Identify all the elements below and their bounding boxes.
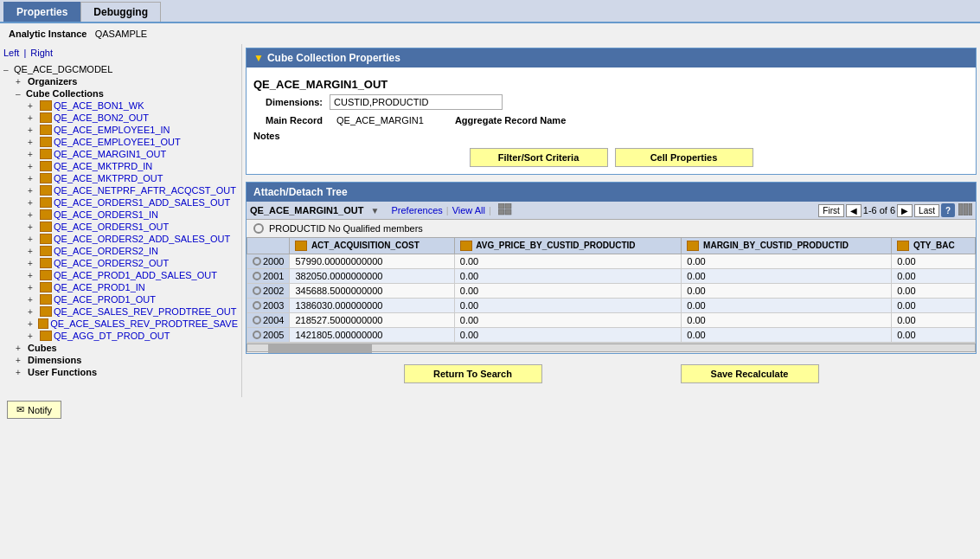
cube-link[interactable]: QE_ACE_EMPLOYEE1_IN	[54, 125, 170, 135]
row-radio[interactable]	[253, 316, 261, 324]
cube-link[interactable]: QE_ACE_SALES_REV_PRODTREE_OUT	[54, 306, 237, 317]
expand-icon[interactable]: +	[28, 150, 38, 159]
expand-icon[interactable]: +	[28, 295, 38, 305]
scrollbar-thumb[interactable]	[268, 344, 372, 353]
cube-link[interactable]: QE_ACE_ORDERS1_OUT	[54, 222, 169, 232]
left-link[interactable]: Left	[3, 48, 19, 58]
grid-toggle-icon[interactable]	[498, 203, 512, 217]
list-item: + QE_ACE_PROD1_OUT	[28, 293, 238, 305]
cube-link[interactable]: QE_ACE_PROD1_IN	[54, 282, 145, 292]
notify-button[interactable]: ✉ Notify	[7, 401, 61, 419]
root-node-link[interactable]: QE_ACE_DGCMODEL	[14, 64, 112, 74]
cube-link[interactable]: QE_ACE_ORDERS2_ADD_SALES_OUT	[54, 234, 230, 244]
cell-properties-button[interactable]: Cell Properties	[615, 148, 753, 167]
expand-icon[interactable]: +	[28, 210, 38, 220]
cube-link[interactable]: QE_ACE_MARGIN1_OUT	[54, 149, 166, 159]
user-functions-row: + User Functions	[16, 366, 238, 378]
row-radio[interactable]	[253, 331, 261, 339]
list-item: + QE_ACE_MKTPRD_IN	[28, 160, 238, 172]
cube-link[interactable]: QE_ACE_EMPLOYEE1_OUT	[54, 137, 181, 147]
divider: |	[23, 48, 29, 58]
expand-icon[interactable]: +	[28, 247, 38, 256]
cube-link[interactable]: QE_ACE_ORDERS1_ADD_SALES_OUT	[54, 197, 230, 208]
expand-icon[interactable]: +	[28, 319, 36, 329]
view-all-link[interactable]: View All	[452, 205, 485, 215]
expand-icon[interactable]: +	[28, 283, 38, 292]
row-radio[interactable]	[253, 257, 261, 266]
page-info: 1-6 of 6	[863, 205, 895, 215]
tab-properties[interactable]: Properties	[3, 2, 80, 22]
svg-rect-0	[498, 203, 504, 209]
cube-link[interactable]: QE_ACE_SALES_REV_PRODTREE_SAVE	[50, 318, 238, 329]
expand-icon[interactable]: +	[28, 174, 38, 183]
organizers-row: + Organizers	[16, 75, 238, 87]
expand-icon[interactable]: +	[28, 222, 38, 232]
expand-icon[interactable]: +	[28, 259, 38, 268]
panel-header: ▼ Cube Collection Properties	[247, 48, 976, 67]
table-row: 2003 1386030.000000000 0.00 0.00 0.00	[247, 299, 976, 313]
year-cell: 2004	[247, 313, 290, 328]
expand-icon[interactable]: +	[28, 125, 38, 135]
attach-name: QE_ACE_MARGIN1_OUT	[250, 205, 363, 215]
return-to-search-button[interactable]: Return To Search	[404, 364, 542, 383]
sort-icon[interactable]: ▼	[370, 206, 379, 215]
cell-4: 0.00	[892, 269, 976, 284]
last-button[interactable]: Last	[914, 204, 939, 217]
attach-header: Attach/Detach Tree	[247, 183, 976, 202]
user-functions-expand[interactable]: +	[16, 368, 26, 377]
collapse-icon[interactable]: –	[3, 65, 12, 74]
cube-collections-list: + QE_ACE_BON1_WK + QE_ACE_BON2_OUT + QE_…	[16, 100, 238, 342]
scrollbar-track[interactable]	[247, 344, 976, 352]
expand-icon[interactable]: +	[28, 235, 38, 244]
dimensions-expand[interactable]: +	[16, 356, 26, 365]
row-radio[interactable]	[253, 272, 261, 280]
cube-link[interactable]: QE_ACE_PROD1_ADD_SALES_OUT	[54, 270, 217, 280]
expand-icon[interactable]: +	[28, 198, 38, 208]
cube-link[interactable]: QE_ACE_ORDERS2_IN	[54, 246, 158, 256]
analytic-label: Analytic Instance	[9, 29, 86, 39]
col-header-1: ACT_ACQUISITION_COST	[290, 238, 454, 254]
cube-link[interactable]: QE_ACE_BON1_WK	[54, 100, 144, 111]
cube-link[interactable]: QE_ACE_ORDERS2_OUT	[54, 258, 169, 268]
layout-icon[interactable]	[958, 203, 972, 217]
data-grid: ACT_ACQUISITION_COST AVG_PRICE_BY_CUSTID…	[247, 237, 976, 343]
cubes-expand[interactable]: +	[16, 344, 26, 353]
organizers-expand[interactable]: +	[16, 77, 26, 87]
expand-icon[interactable]: +	[28, 162, 38, 171]
main-record-value: QE_ACE_MARGIN1	[336, 115, 424, 125]
cube-link[interactable]: QE_ACE_BON2_OUT	[54, 112, 149, 123]
expand-icon[interactable]: +	[28, 101, 38, 111]
filter-sort-button[interactable]: Filter/Sort Criteria	[470, 148, 608, 167]
row-radio[interactable]	[253, 286, 261, 295]
right-link[interactable]: Right	[30, 48, 53, 58]
expand-icon[interactable]: +	[28, 138, 38, 147]
expand-icon[interactable]: +	[28, 307, 38, 317]
dimensions-row: + Dimensions	[16, 354, 238, 366]
cube-link[interactable]: QE_ACE_MKTPRD_IN	[54, 161, 152, 171]
expand-icon[interactable]: +	[28, 271, 38, 280]
preferences-link[interactable]: Preferences	[391, 205, 442, 215]
expand-icon[interactable]: +	[28, 113, 38, 123]
expand-icon[interactable]: +	[28, 331, 38, 341]
cube-link[interactable]: QE_ACE_NETPRF_AFTR_ACQCST_OUT	[54, 185, 236, 196]
notes-label: Notes	[253, 131, 280, 141]
row-radio[interactable]	[253, 301, 261, 310]
tab-debugging[interactable]: Debugging	[80, 2, 161, 22]
list-item: + QE_ACE_MKTPRD_OUT	[28, 172, 238, 184]
cube-link[interactable]: QE_AGG_DT_PROD_OUT	[54, 331, 170, 341]
dimensions-input[interactable]	[330, 94, 503, 110]
list-item: + QE_ACE_MARGIN1_OUT	[28, 148, 238, 160]
cube-link[interactable]: QE_ACE_MKTPRD_OUT	[54, 173, 163, 183]
expand-icon[interactable]: +	[28, 186, 38, 196]
horizontal-scrollbar[interactable]	[247, 343, 976, 353]
first-button[interactable]: First	[818, 204, 843, 217]
cube-collections-collapse[interactable]: –	[16, 89, 24, 99]
cube-link[interactable]: QE_ACE_ORDERS1_IN	[54, 209, 158, 220]
cube-link[interactable]: QE_ACE_PROD1_OUT	[54, 294, 156, 305]
next-button[interactable]: ▶	[897, 204, 913, 217]
prev-button[interactable]: ◀	[846, 204, 862, 217]
collapse-icon[interactable]: ▼	[253, 52, 264, 64]
top-tabs: Properties Debugging	[0, 0, 980, 23]
save-recalculate-button[interactable]: Save Recalculate	[681, 364, 819, 383]
help-icon[interactable]: ?	[941, 203, 955, 217]
